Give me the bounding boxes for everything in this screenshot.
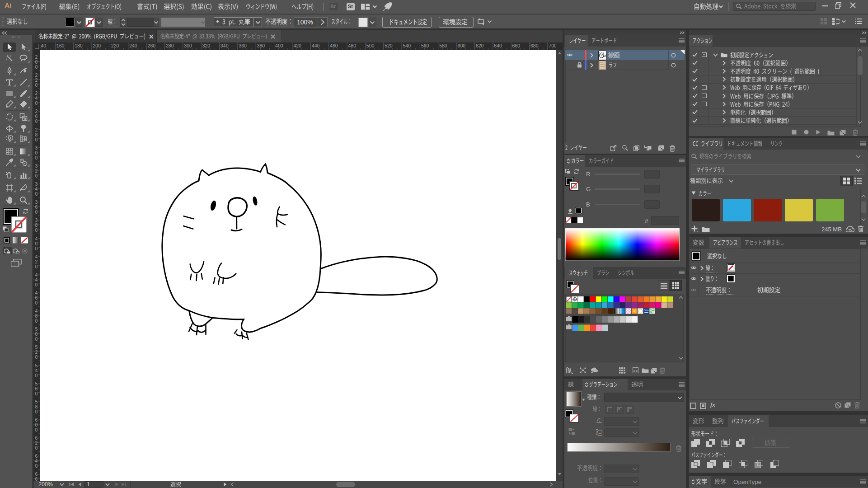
svg-text:300: 300	[184, 43, 192, 48]
svg-text:620: 620	[476, 43, 484, 48]
svg-text:560: 560	[421, 43, 429, 48]
svg-text:0: 0	[35, 264, 38, 269]
svg-text:660: 660	[512, 43, 521, 48]
svg-text:0: 0	[35, 300, 38, 305]
svg-text:280: 280	[166, 43, 174, 48]
svg-text:0: 0	[35, 227, 38, 233]
svg-text:0: 0	[35, 64, 38, 70]
svg-text:0: 0	[35, 209, 38, 215]
svg-text:6: 6	[35, 476, 38, 481]
svg-text:0: 0	[35, 246, 38, 251]
svg-text:520: 520	[385, 43, 393, 48]
svg-text:140: 140	[40, 43, 46, 48]
svg-text:340: 340	[221, 43, 229, 48]
svg-text:500: 500	[366, 43, 375, 48]
svg-text:0: 0	[35, 445, 38, 450]
svg-text:240: 240	[129, 43, 137, 48]
svg-text:0: 0	[35, 354, 38, 360]
svg-text:0: 0	[35, 282, 38, 287]
svg-text:600: 600	[458, 43, 466, 48]
svg-text:580: 580	[439, 43, 447, 48]
svg-text:0: 0	[35, 409, 38, 414]
svg-text:0: 0	[35, 373, 38, 378]
svg-text:0: 0	[35, 336, 38, 342]
svg-text:0: 0	[35, 391, 38, 396]
svg-text:260: 260	[148, 43, 156, 48]
svg-text:0: 0	[35, 137, 38, 142]
svg-text:680: 680	[530, 43, 539, 48]
svg-text:360: 360	[239, 43, 247, 48]
svg-text:0: 0	[35, 118, 38, 124]
svg-text:540: 540	[403, 43, 411, 48]
svg-text:400: 400	[275, 43, 283, 48]
svg-text:0: 0	[35, 82, 38, 88]
svg-text:0: 0	[35, 155, 38, 160]
svg-text:0: 0	[35, 173, 38, 178]
svg-text:380: 380	[257, 43, 265, 48]
svg-text:220: 220	[111, 43, 119, 48]
svg-text:480: 480	[348, 43, 357, 48]
svg-text:440: 440	[312, 43, 320, 48]
svg-text:180: 180	[75, 43, 83, 48]
svg-text:460: 460	[330, 43, 338, 48]
svg-text:0: 0	[35, 463, 38, 469]
svg-text:640: 640	[494, 43, 502, 48]
svg-text:0: 0	[35, 318, 38, 324]
svg-text:700: 700	[549, 43, 556, 48]
svg-text:0: 0	[35, 191, 38, 197]
svg-text:320: 320	[202, 43, 211, 48]
svg-text:200: 200	[93, 43, 101, 48]
svg-text:420: 420	[293, 43, 301, 48]
svg-text:0: 0	[35, 100, 38, 106]
svg-text:160: 160	[56, 43, 65, 48]
svg-text:0: 0	[35, 427, 38, 432]
